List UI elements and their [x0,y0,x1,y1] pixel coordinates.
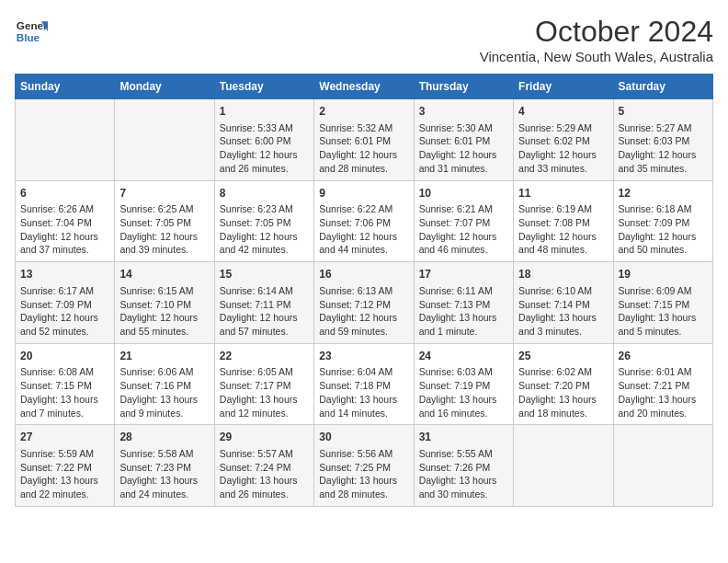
day-header-wednesday: Wednesday [314,75,414,99]
calendar-cell: 24Sunrise: 6:03 AM Sunset: 7:19 PM Dayli… [414,343,513,425]
calendar-cell: 4Sunrise: 5:29 AM Sunset: 6:02 PM Daylig… [514,99,613,181]
cell-content: Sunrise: 6:01 AM Sunset: 7:21 PM Dayligh… [619,365,708,419]
cell-content: Sunrise: 6:05 AM Sunset: 7:17 PM Dayligh… [220,365,309,419]
cell-content: Sunrise: 6:21 AM Sunset: 7:07 PM Dayligh… [419,202,508,257]
day-number: 2 [319,104,408,120]
calendar-cell [514,425,613,507]
calendar-cell: 3Sunrise: 5:30 AM Sunset: 6:01 PM Daylig… [414,99,513,181]
location-subtitle: Vincentia, New South Wales, Australia [480,49,713,64]
day-number: 1 [220,104,309,120]
cell-content: Sunrise: 6:13 AM Sunset: 7:12 PM Dayligh… [319,284,408,339]
calendar-cell: 19Sunrise: 6:09 AM Sunset: 7:15 PM Dayli… [613,262,712,344]
day-number: 26 [619,349,708,364]
calendar-cell: 26Sunrise: 6:01 AM Sunset: 7:21 PM Dayli… [613,343,712,425]
logo-icon: General Blue [15,15,48,48]
day-number: 29 [220,430,309,445]
cell-content: Sunrise: 6:11 AM Sunset: 7:13 PM Dayligh… [419,284,508,339]
svg-text:Blue: Blue [17,31,40,43]
logo: General Blue [15,15,48,48]
day-header-tuesday: Tuesday [214,75,313,99]
cell-content: Sunrise: 6:18 AM Sunset: 7:09 PM Dayligh… [619,202,708,257]
week-row-2: 6Sunrise: 6:26 AM Sunset: 7:04 PM Daylig… [16,180,713,262]
day-number: 3 [419,104,508,120]
day-number: 27 [20,430,109,445]
cell-content: Sunrise: 5:59 AM Sunset: 7:22 PM Dayligh… [20,447,109,501]
calendar-cell: 9Sunrise: 6:22 AM Sunset: 7:06 PM Daylig… [314,180,414,262]
day-number: 6 [20,186,109,201]
cell-content: Sunrise: 5:33 AM Sunset: 6:00 PM Dayligh… [220,121,309,176]
cell-content: Sunrise: 6:23 AM Sunset: 7:05 PM Dayligh… [220,202,309,257]
header-row: SundayMondayTuesdayWednesdayThursdayFrid… [16,75,713,99]
day-number: 17 [419,267,508,282]
cell-content: Sunrise: 6:14 AM Sunset: 7:11 PM Dayligh… [220,284,309,339]
title-area: October 2024 Vincentia, New South Wales,… [480,15,713,64]
calendar-cell: 6Sunrise: 6:26 AM Sunset: 7:04 PM Daylig… [16,180,115,262]
day-number: 31 [419,430,508,445]
calendar-cell: 1Sunrise: 5:33 AM Sunset: 6:00 PM Daylig… [214,99,313,181]
day-number: 11 [518,186,608,201]
day-header-saturday: Saturday [613,75,712,99]
month-year-title: October 2024 [480,15,713,49]
calendar-cell: 14Sunrise: 6:15 AM Sunset: 7:10 PM Dayli… [115,262,214,344]
cell-content: Sunrise: 6:19 AM Sunset: 7:08 PM Dayligh… [518,202,608,257]
calendar-cell: 25Sunrise: 6:02 AM Sunset: 7:20 PM Dayli… [514,343,613,425]
calendar-cell: 21Sunrise: 6:06 AM Sunset: 7:16 PM Dayli… [115,343,214,425]
cell-content: Sunrise: 5:29 AM Sunset: 6:02 PM Dayligh… [518,121,608,176]
calendar-cell: 22Sunrise: 6:05 AM Sunset: 7:17 PM Dayli… [214,343,313,425]
cell-content: Sunrise: 6:06 AM Sunset: 7:16 PM Dayligh… [119,365,209,419]
day-number: 7 [119,186,209,201]
calendar-cell: 13Sunrise: 6:17 AM Sunset: 7:09 PM Dayli… [16,262,115,344]
cell-content: Sunrise: 6:17 AM Sunset: 7:09 PM Dayligh… [20,284,109,339]
cell-content: Sunrise: 6:26 AM Sunset: 7:04 PM Dayligh… [20,202,109,257]
calendar-cell: 2Sunrise: 5:32 AM Sunset: 6:01 PM Daylig… [314,99,414,181]
calendar-cell: 8Sunrise: 6:23 AM Sunset: 7:05 PM Daylig… [214,180,313,262]
day-number: 8 [220,186,309,201]
cell-content: Sunrise: 6:03 AM Sunset: 7:19 PM Dayligh… [419,365,508,419]
calendar-cell: 16Sunrise: 6:13 AM Sunset: 7:12 PM Dayli… [314,262,414,344]
day-number: 24 [419,349,508,364]
cell-content: Sunrise: 5:56 AM Sunset: 7:25 PM Dayligh… [319,447,408,501]
calendar-cell: 23Sunrise: 6:04 AM Sunset: 7:18 PM Dayli… [314,343,414,425]
day-number: 30 [319,430,408,445]
calendar-cell: 29Sunrise: 5:57 AM Sunset: 7:24 PM Dayli… [214,425,313,507]
day-number: 14 [119,267,209,282]
week-row-3: 13Sunrise: 6:17 AM Sunset: 7:09 PM Dayli… [16,262,713,344]
calendar-cell: 30Sunrise: 5:56 AM Sunset: 7:25 PM Dayli… [314,425,414,507]
cell-content: Sunrise: 5:58 AM Sunset: 7:23 PM Dayligh… [119,447,209,501]
day-header-thursday: Thursday [414,75,513,99]
day-number: 15 [220,267,309,282]
calendar-cell: 20Sunrise: 6:08 AM Sunset: 7:15 PM Dayli… [16,343,115,425]
cell-content: Sunrise: 6:04 AM Sunset: 7:18 PM Dayligh… [319,365,408,419]
day-number: 25 [518,349,608,364]
cell-content: Sunrise: 6:08 AM Sunset: 7:15 PM Dayligh… [20,365,109,419]
calendar-cell: 17Sunrise: 6:11 AM Sunset: 7:13 PM Dayli… [414,262,513,344]
day-number: 19 [619,267,708,282]
day-number: 18 [518,267,608,282]
cell-content: Sunrise: 5:30 AM Sunset: 6:01 PM Dayligh… [419,121,508,176]
calendar-cell: 7Sunrise: 6:25 AM Sunset: 7:05 PM Daylig… [115,180,214,262]
cell-content: Sunrise: 6:15 AM Sunset: 7:10 PM Dayligh… [119,284,209,339]
calendar-cell: 27Sunrise: 5:59 AM Sunset: 7:22 PM Dayli… [16,425,115,507]
day-header-monday: Monday [115,75,214,99]
day-header-friday: Friday [514,75,613,99]
day-number: 16 [319,267,408,282]
day-number: 22 [220,349,309,364]
day-header-sunday: Sunday [16,75,115,99]
day-number: 4 [518,104,608,120]
svg-text:General: General [17,19,48,31]
day-number: 13 [20,267,109,282]
calendar-table: SundayMondayTuesdayWednesdayThursdayFrid… [15,74,713,507]
calendar-cell [16,99,115,181]
calendar-cell: 15Sunrise: 6:14 AM Sunset: 7:11 PM Dayli… [214,262,313,344]
calendar-cell: 10Sunrise: 6:21 AM Sunset: 7:07 PM Dayli… [414,180,513,262]
cell-content: Sunrise: 6:25 AM Sunset: 7:05 PM Dayligh… [119,202,209,257]
day-number: 5 [619,104,708,120]
cell-content: Sunrise: 5:57 AM Sunset: 7:24 PM Dayligh… [220,447,309,501]
day-number: 20 [20,349,109,364]
cell-content: Sunrise: 5:27 AM Sunset: 6:03 PM Dayligh… [619,121,708,176]
day-number: 21 [119,349,209,364]
calendar-cell [115,99,214,181]
calendar-cell: 28Sunrise: 5:58 AM Sunset: 7:23 PM Dayli… [115,425,214,507]
day-number: 12 [619,186,708,201]
calendar-cell: 5Sunrise: 5:27 AM Sunset: 6:03 PM Daylig… [613,99,712,181]
